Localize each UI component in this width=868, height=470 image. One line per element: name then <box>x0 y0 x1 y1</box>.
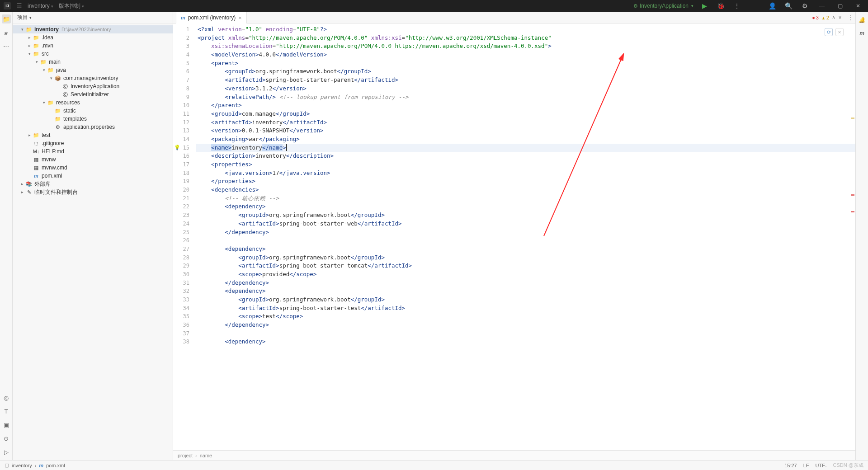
notification-close-icon[interactable]: × <box>835 28 844 36</box>
code-line[interactable]: <scope>test</scope> <box>196 312 855 321</box>
code-line[interactable]: <artifactId>spring-boot-starter-web</art… <box>196 220 855 228</box>
code-line[interactable]: <dependencies> <box>196 186 855 194</box>
project-view-selector[interactable]: 项目 <box>17 14 32 21</box>
code-line[interactable]: <packaging>war</packaging> <box>196 135 855 144</box>
bookmarks-tool-icon[interactable]: T <box>2 407 11 416</box>
maximize-icon[interactable]: ▢ <box>834 0 846 11</box>
line-number[interactable]: 26 <box>173 236 196 245</box>
project-tree[interactable]: ▾📁inventoryD:\java\2023\inventory▸📁.idea… <box>13 24 173 460</box>
code-line[interactable]: <groupId>org.springframework.boot</group… <box>196 211 855 220</box>
line-number[interactable]: 23 <box>173 211 196 220</box>
code-line[interactable]: <project xmlns="http://maven.apache.org/… <box>196 34 855 42</box>
line-number[interactable]: 16 <box>173 152 196 160</box>
run-icon[interactable]: ▶ <box>699 0 710 11</box>
tree-arrow-icon[interactable]: ▸ <box>26 35 33 40</box>
code-line[interactable]: <java.version>17</java.version> <box>196 169 855 178</box>
line-number[interactable]: 14 <box>173 135 196 144</box>
code-line[interactable]: <name>inventory</name> <box>196 144 855 152</box>
code-line[interactable]: <?xml version="1.0" encoding="UTF-8"?> <box>196 25 855 34</box>
code-line[interactable] <box>196 236 855 245</box>
line-number[interactable]: 22 <box>173 202 196 211</box>
code-line[interactable]: <artifactId>inventory</artifactId> <box>196 118 855 127</box>
close-icon[interactable]: ✕ <box>852 0 864 11</box>
code-line[interactable]: <properties> <box>196 160 855 169</box>
line-number[interactable]: 31 <box>173 279 196 287</box>
line-number[interactable]: 9 <box>173 93 196 102</box>
tree-item[interactable]: ▸✎临时文件和控制台 <box>13 188 173 196</box>
code-line[interactable]: <groupId>org.springframework.boot</group… <box>196 254 855 262</box>
code-line[interactable]: <dependency> <box>196 245 855 254</box>
line-number[interactable]: 20 <box>173 186 196 194</box>
code-line[interactable]: </dependency> <box>196 321 855 329</box>
editor-tab[interactable]: m pom.xml (inventory) × <box>176 12 247 24</box>
line-number[interactable]: 2 <box>173 34 196 42</box>
tree-arrow-icon[interactable]: ▾ <box>33 60 40 64</box>
code-line[interactable]: <!-- 核心依赖 --> <box>196 194 855 203</box>
code-line[interactable]: <version>0.0.1-SNAPSHOT</version> <box>196 127 855 135</box>
code-line[interactable]: </parent> <box>196 101 855 110</box>
tree-item[interactable]: ▸📁.mvn <box>13 42 173 50</box>
line-number[interactable]: 21 <box>173 194 196 203</box>
maven-tool-icon[interactable]: m <box>858 29 867 38</box>
more-icon[interactable]: ⋮ <box>731 0 742 11</box>
search-icon[interactable]: 🔍 <box>783 0 794 11</box>
line-number[interactable]: 37 <box>173 329 196 338</box>
structure-tool-icon[interactable]: ⋯ <box>2 42 11 51</box>
settings-icon[interactable]: ⚙ <box>799 0 810 11</box>
line-number[interactable]: 12 <box>173 118 196 127</box>
code-line[interactable]: </properties> <box>196 177 855 186</box>
tree-item[interactable]: ▾📁java <box>13 66 173 74</box>
tree-item[interactable]: ⒸServletInitializer <box>13 90 173 99</box>
breadcrumb-item[interactable]: project <box>178 453 193 458</box>
tree-item[interactable]: ▾📦com.manage.inventory <box>13 74 173 82</box>
code-line[interactable]: <artifactId>spring-boot-starter-tomcat</… <box>196 262 855 270</box>
line-number[interactable]: 18 <box>173 169 196 178</box>
code-line[interactable]: <modelVersion>4.0.0</modelVersion> <box>196 51 855 59</box>
line-number[interactable]: 5 <box>173 59 196 68</box>
line-number[interactable]: 7 <box>173 76 196 85</box>
line-number[interactable]: 28 <box>173 254 196 262</box>
tree-item[interactable]: 📁static <box>13 107 173 115</box>
run-config-selector[interactable]: InventoryApplication <box>633 3 693 9</box>
code-line[interactable]: <scope>provided</scope> <box>196 270 855 279</box>
code-line[interactable]: <groupId>com.manage</groupId> <box>196 110 855 118</box>
tree-arrow-icon[interactable]: ▸ <box>26 133 33 137</box>
tree-item[interactable]: 📁templates <box>13 115 173 123</box>
code-line[interactable]: <artifactId>spring-boot-starter-test</ar… <box>196 304 855 313</box>
breadcrumb-item[interactable]: name <box>200 453 212 458</box>
inspections-widget[interactable]: 3 2 ∧ ∨ <box>812 14 842 20</box>
line-number[interactable]: 4 <box>173 51 196 59</box>
vcs-dropdown[interactable]: 版本控制 <box>59 2 84 10</box>
tree-item[interactable]: ▾📁src <box>13 50 173 58</box>
tree-arrow-icon[interactable]: ▾ <box>41 68 47 72</box>
line-number[interactable]: 24 <box>173 220 196 228</box>
code-line[interactable]: <artifactId>spring-boot-starter-parent</… <box>196 76 855 85</box>
debug-icon[interactable]: 🐞 <box>715 0 726 11</box>
line-separator[interactable]: LF <box>803 463 809 468</box>
line-number[interactable]: 29 <box>173 262 196 270</box>
tree-item[interactable]: ▸📁.idea <box>13 33 173 42</box>
line-number[interactable]: 13 <box>173 127 196 135</box>
project-tool-icon[interactable]: 📁 <box>2 14 11 24</box>
code-line[interactable]: xsi:schemaLocation="http://maven.apache.… <box>196 42 855 51</box>
maven-reload-icon[interactable]: ⟳ <box>825 28 833 36</box>
line-number[interactable]: 17 <box>173 160 196 169</box>
tree-item[interactable]: ▾📁main <box>13 58 173 66</box>
code-line[interactable]: </dependency> <box>196 228 855 237</box>
line-number[interactable]: 32 <box>173 287 196 296</box>
services-tool-icon[interactable]: ◎ <box>2 393 11 402</box>
terminal-tool-icon[interactable]: ▷ <box>2 447 11 456</box>
line-number[interactable]: 30 <box>173 270 196 279</box>
project-dropdown[interactable]: inventory <box>28 3 53 9</box>
error-stripe[interactable] <box>850 24 855 450</box>
line-gutter[interactable]: 1234567891011121314151617181920212223242… <box>173 24 196 450</box>
next-problem-icon[interactable]: ∨ <box>838 14 842 20</box>
tree-item[interactable]: ▦mvnw <box>13 155 173 164</box>
caret-position[interactable]: 15:27 <box>784 463 797 468</box>
tree-item[interactable]: ⚙application.properties <box>13 123 173 131</box>
tree-arrow-icon[interactable]: ▾ <box>19 27 25 32</box>
code-line[interactable]: <dependency> <box>196 287 855 296</box>
tree-item[interactable]: ▸📚外部库 <box>13 180 173 188</box>
notifications-icon[interactable]: 🔔 <box>858 15 867 24</box>
line-number[interactable]: 19 <box>173 177 196 186</box>
